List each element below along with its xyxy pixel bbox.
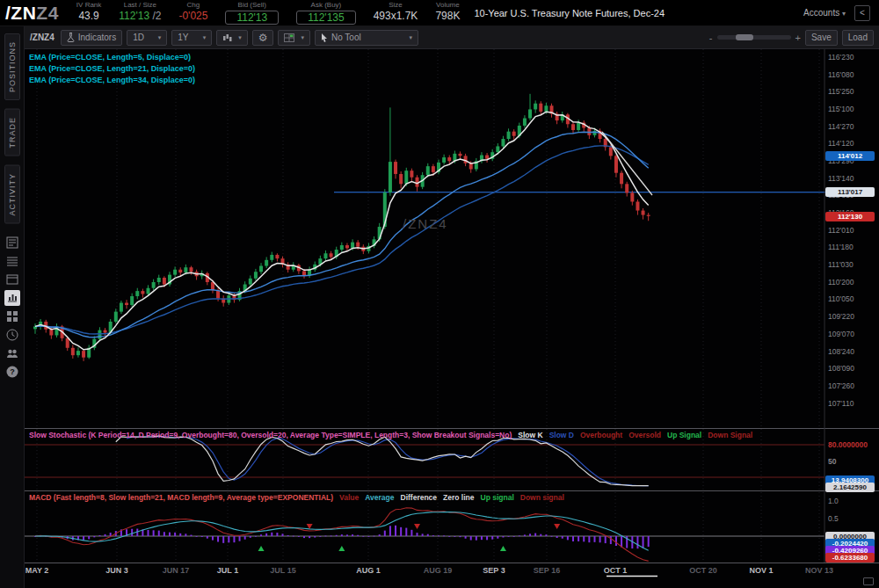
- sidebar-tab-positions[interactable]: POSITIONS: [4, 33, 20, 100]
- ema34-label: EMA (Price=CLOSE, Length=34, Displace=0): [29, 75, 195, 86]
- symbol-title: /ZNZ4: [5, 3, 59, 24]
- chart-watermark: /ZNZ4: [403, 216, 448, 231]
- ema5-label: EMA (Price=CLOSE, Length=5, Displace=0): [29, 52, 195, 63]
- svg-text:?: ?: [10, 367, 15, 376]
- price-bubble: 112'130: [825, 212, 875, 221]
- quote-field-label: Chg: [187, 2, 200, 9]
- quote-field-value: 798K: [435, 11, 460, 21]
- help-icon[interactable]: ?: [4, 364, 20, 380]
- zoom-out-button[interactable]: -: [709, 33, 713, 43]
- clock-icon[interactable]: [4, 327, 20, 343]
- grid-icon[interactable]: [4, 309, 20, 324]
- quote-field-label: Volume: [436, 2, 460, 9]
- symbol-root: /ZN: [5, 3, 36, 23]
- price-axis-label: 109'220: [828, 312, 854, 321]
- quote-field-value[interactable]: 112'135: [296, 11, 355, 25]
- chevron-down-icon: ▾: [158, 34, 162, 41]
- price-axis-label: 112'010: [828, 226, 854, 235]
- chart-canvas[interactable]: EMA (Price=CLOSE, Length=5, Displace=0) …: [25, 49, 879, 588]
- cursor-icon: [321, 33, 328, 42]
- price-bubble: 114'012: [825, 151, 875, 161]
- price-axis-label: 108'240: [828, 347, 854, 356]
- chart-toolbar: /ZNZ4 Indicators 1D▾ 1Y▾ ▾ ⚙ ▾ No Tool ▾: [25, 26, 879, 49]
- quote-field-ask-buy-: Ask (Buy)112'135: [296, 2, 355, 25]
- layout-grid-icon: [284, 33, 294, 42]
- time-axis-label: OCT 1: [604, 566, 628, 575]
- stochastic-legend: Slow Stochastic (K Period=14, D Period=9…: [29, 431, 820, 439]
- drawing-tool-dropdown[interactable]: No Tool ▾: [315, 30, 418, 46]
- stoch-axis-value: 80.0000000: [828, 440, 868, 449]
- gridlines: [37, 49, 819, 563]
- indicators-button[interactable]: Indicators: [61, 30, 122, 46]
- quote-field-label: Bid (Sell): [238, 2, 266, 9]
- time-axis-label: MAY 2: [25, 566, 49, 575]
- quote-field-last-size: Last / Size112'13 /2: [119, 2, 161, 25]
- list-icon[interactable]: [4, 253, 20, 269]
- ema21-label: EMA (Price=CLOSE, Length=21, Displace=0): [29, 63, 195, 75]
- quote-field-suffix: /2: [149, 10, 161, 22]
- quote-field-chg: Chg-0'025: [178, 2, 207, 25]
- chart-settings-button[interactable]: ⚙: [252, 30, 274, 46]
- quote-field-value: 43.9: [78, 11, 98, 21]
- price-bubble: 2.1642590: [825, 483, 875, 492]
- chart-type-dropdown[interactable]: ▾: [216, 30, 248, 46]
- legend-item: Down signal: [520, 493, 564, 502]
- corner-expand-icon[interactable]: [863, 577, 874, 585]
- chart-plot: [25, 49, 879, 588]
- symbol-month: Z4: [36, 3, 59, 23]
- price-axis-label: 115'250: [828, 87, 854, 96]
- accounts-dropdown[interactable]: Accounts ▾: [803, 8, 846, 18]
- layout-dropdown[interactable]: ▾: [278, 30, 310, 46]
- ema34-line: [35, 146, 649, 334]
- chevron-down-icon: ▾: [238, 34, 242, 41]
- save-button[interactable]: Save: [805, 30, 838, 46]
- quote-field-iv-rank: IV Rank43.9: [76, 2, 101, 25]
- time-axis-label: JUL 1: [217, 566, 238, 575]
- price-axis-label: 114'120: [828, 139, 854, 148]
- legend-item: Up signal: [481, 493, 514, 502]
- time-axis-label: NOV 1: [749, 566, 773, 575]
- quote-field-value[interactable]: 112'13: [225, 11, 279, 25]
- price-axis-label: 114'270: [828, 122, 854, 131]
- macd-legend: MACD (Fast length=8, Slow length=21, MAC…: [29, 493, 820, 502]
- left-sidebar: POSITIONS TRADE ACTIVITY ?: [0, 26, 25, 588]
- chevron-down-icon: ▾: [203, 34, 207, 41]
- macd-axis-value: 1.0: [828, 497, 839, 505]
- time-axis-label: AUG 19: [424, 566, 453, 575]
- sidebar-tab-activity[interactable]: ACTIVITY: [4, 165, 20, 224]
- users-icon[interactable]: [4, 345, 20, 361]
- toolbar-symbol: /ZNZ4: [30, 33, 54, 42]
- price-axis-label: 111'030: [828, 260, 854, 269]
- legend-item: Up Signal: [667, 431, 701, 439]
- quote-field-label: Ask (Buy): [311, 2, 342, 9]
- stoch-axis-value: 50: [828, 457, 836, 466]
- range-dropdown[interactable]: 1Y▾: [171, 30, 212, 46]
- chevron-down-icon: ▾: [409, 34, 412, 41]
- legend-item: Slow Stochastic (K Period=14, D Period=9…: [29, 431, 512, 439]
- window-icon[interactable]: [4, 272, 20, 287]
- zoom-in-button[interactable]: +: [795, 33, 801, 43]
- zoom-slider-handle[interactable]: [736, 34, 753, 40]
- legend-item: Slow K: [518, 431, 542, 439]
- load-button[interactable]: Load: [842, 30, 874, 46]
- news-icon[interactable]: [4, 235, 20, 250]
- slow-d-line: [127, 437, 649, 486]
- sidebar-tab-trade[interactable]: TRADE: [4, 109, 20, 156]
- legend-item: Average: [365, 493, 394, 502]
- quote-header: /ZNZ4 IV Rank43.9Last / Size112'13 /2Chg…: [0, 0, 879, 26]
- ema-legend: EMA (Price=CLOSE, Length=5, Displace=0) …: [29, 52, 195, 86]
- price-axis-label: 109'070: [828, 330, 854, 338]
- time-axis-label: JUN 3: [105, 566, 128, 575]
- slow-k-line: [116, 436, 649, 486]
- price-axis-label: 110'200: [828, 278, 854, 287]
- quote-fields: IV Rank43.9Last / Size112'13 /2Chg-0'025…: [59, 2, 461, 25]
- quote-field-label: IV Rank: [76, 2, 101, 9]
- timeframe-dropdown[interactable]: 1D▾: [127, 30, 167, 46]
- quote-field-value: 493x1.7K: [374, 11, 418, 21]
- up-signal-arrow: [500, 546, 506, 551]
- chevron-down-icon: ▾: [301, 34, 304, 41]
- chart-icon[interactable]: [4, 290, 20, 306]
- legend-item: Value: [339, 493, 359, 502]
- zoom-slider[interactable]: [717, 35, 791, 40]
- collapse-panel-button[interactable]: <: [854, 5, 870, 21]
